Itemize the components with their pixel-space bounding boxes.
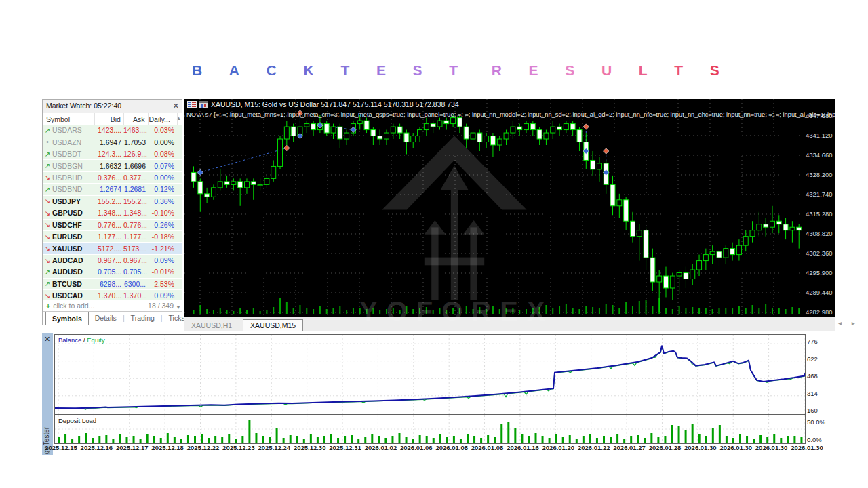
candle (610, 184, 615, 205)
candle (511, 127, 515, 133)
title-letter: S (413, 62, 422, 79)
chart-tab-h1[interactable]: XAUUSD,H1 (184, 320, 239, 331)
page-title: BACKTESTRESULTS (192, 61, 719, 80)
deposit-bar (657, 437, 659, 443)
tab-trading[interactable]: Trading (125, 312, 161, 325)
deposit-bar (283, 438, 285, 443)
column-daily[interactable]: Daily... (147, 113, 176, 125)
column-symbol[interactable]: Symbol (43, 113, 94, 125)
volume-bar (625, 302, 627, 314)
deposit-bar (296, 436, 298, 443)
deposit-bar (637, 435, 639, 443)
volume-bar (253, 308, 254, 314)
candle (497, 139, 502, 145)
deposit-bar (542, 436, 544, 443)
column-bid[interactable]: Bid (94, 113, 123, 125)
candle (437, 121, 442, 127)
add-symbol-label[interactable]: click to add... (53, 302, 94, 310)
date-label: 2025.12.17 (116, 444, 149, 451)
table-row[interactable]: ↘USDCAD1.370...1.370...0.09% (43, 290, 182, 300)
candle (324, 124, 329, 133)
deposit-load-chart[interactable] (54, 415, 806, 444)
volume-bar (532, 308, 534, 314)
table-row[interactable]: ↘EURUSD1.177...1.177...-0.18% (43, 231, 182, 243)
price-axis-label: 4315.280 (806, 210, 833, 218)
volume-bar (193, 310, 195, 314)
bid-value: 1.6947 (94, 138, 123, 146)
deposit-bar (119, 434, 121, 443)
sell-marker-icon (604, 148, 609, 154)
ea-parameters-text: NOVA s7 [=; =; input_meta_mns=1; input_m… (186, 111, 835, 118)
title-letter: K (304, 62, 314, 79)
symbol-name: USDAZN (52, 138, 94, 146)
deposit-bar (596, 438, 598, 443)
volume-bar (758, 308, 760, 314)
chart-tab-m15[interactable]: XAUUSD,M15 (243, 319, 303, 331)
volume-bar (466, 306, 467, 314)
title-letter: S (710, 62, 719, 79)
deposit-bar (262, 436, 264, 443)
column-ask[interactable]: Ask (123, 113, 147, 125)
balance-chart[interactable] (54, 334, 806, 415)
volume-bar (293, 308, 294, 314)
equity-line (55, 346, 805, 409)
date-label: 2025.12.15 (45, 444, 77, 451)
add-symbol-icon[interactable]: + (43, 302, 53, 310)
price-axis-label: 4282.980 (806, 308, 833, 316)
deposit-bar (146, 434, 149, 443)
table-row[interactable]: ↗AUDUSD0.705...0.705...-0.01% (43, 266, 182, 278)
table-row[interactable]: ↘XAUUSD5172....5173....-1.21% (43, 243, 182, 254)
deposit-bar (678, 426, 680, 443)
deposit-bar (433, 438, 435, 443)
table-row[interactable]: ↘USDJPY155.2...155.2...0.36% (43, 196, 182, 207)
table-row[interactable]: •USDAZN1.69471.70530.00% (43, 136, 182, 148)
close-icon[interactable]: ✕ (173, 100, 179, 113)
balance-line (55, 346, 805, 408)
deposit-bar (719, 425, 721, 443)
market-watch-tabs: Symbols Details | Trading | Ticks (43, 311, 182, 325)
table-row[interactable]: ↘USDCHF0.776...0.776...0.26% (43, 220, 182, 231)
deposit-bar (528, 436, 530, 443)
tab-scroll-arrows-icon[interactable]: ◂ ▸ (838, 319, 859, 327)
table-row[interactable]: ↗USDARS1423....1463....-0.03% (43, 125, 182, 136)
symbol-name: USDBDT (52, 150, 94, 158)
deposit-bar (208, 438, 210, 443)
ask-value: 1463.... (123, 126, 148, 134)
candle (244, 182, 249, 188)
candle (764, 224, 768, 227)
volume-bar (499, 309, 500, 314)
deposit-bar (460, 439, 462, 443)
table-row[interactable]: ↗USDBGN1.66321.66960.07% (43, 160, 182, 171)
volume-bar (578, 309, 580, 314)
daily-change: 0.00% (148, 174, 177, 182)
candle (391, 127, 395, 133)
date-label: 2026.01.08 (435, 444, 468, 451)
candle (311, 124, 316, 130)
tab-details[interactable]: Details (89, 312, 123, 325)
table-row[interactable]: ↗USDBDT124.3...126.9...-0.08% (43, 148, 182, 160)
volume-bar (725, 308, 726, 314)
table-row[interactable]: ↘AUDCAD0.967...0.967...0.09% (43, 255, 182, 266)
candle (750, 230, 755, 237)
deposit-bar (664, 436, 666, 443)
market-watch-footer[interactable]: +click to add... 18 / 349 ▼ (43, 300, 182, 312)
date-label: 2025.12.16 (81, 444, 113, 451)
candlestick-chart[interactable]: 4347.5804341.1204334.6604328.2004321.740… (184, 99, 835, 317)
close-icon[interactable]: ✕ (44, 335, 50, 344)
chart-window[interactable]: 4347.5804341.1204334.6604328.2004321.740… (184, 99, 835, 317)
volume-bar (618, 308, 620, 314)
table-row[interactable]: ↗USDBND1.26741.26810.12% (43, 184, 182, 195)
table-row[interactable]: ↘USDBHD0.376...0.377...0.00% (43, 172, 182, 184)
volume-bar (246, 310, 248, 314)
deposit-bar (64, 434, 66, 443)
volume-bar (319, 306, 321, 314)
title-letter: C (267, 62, 277, 79)
table-row[interactable]: ↗BTCUSD6298...6300...-2.53% (43, 279, 182, 290)
deposit-bar (698, 434, 701, 443)
tab-symbols[interactable]: Symbols (45, 312, 89, 325)
candle (357, 121, 362, 123)
daily-change: -0.18% (148, 232, 177, 241)
table-row[interactable]: ↘GBPUSD1.348...1.348...-0.10% (43, 207, 182, 219)
price-axis-label: 4289.440 (806, 289, 833, 296)
title-letter: B (192, 62, 202, 79)
